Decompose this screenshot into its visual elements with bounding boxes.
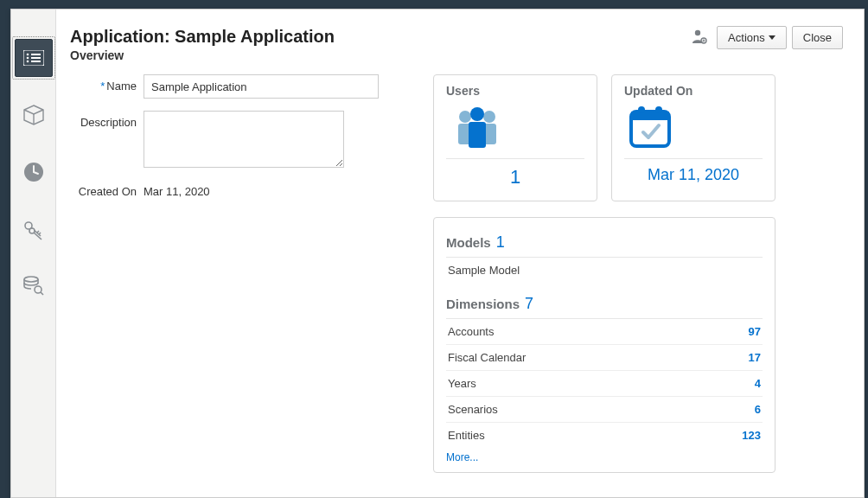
users-card-title: Users <box>446 84 584 98</box>
svg-point-16 <box>483 111 495 123</box>
sidebar-tab-cube[interactable] <box>15 96 53 134</box>
dimension-value: 6 <box>755 403 761 416</box>
dimension-value: 17 <box>749 351 761 364</box>
more-link[interactable]: More... <box>446 448 478 463</box>
description-label: Description <box>70 111 144 129</box>
user-settings-icon[interactable] <box>687 25 712 49</box>
name-label: *Name <box>70 74 144 93</box>
updated-on-card-value: Mar 11, 2020 <box>624 166 763 184</box>
keys-icon <box>22 217 46 241</box>
sidebar-tab-keys[interactable] <box>15 210 53 248</box>
svg-point-22 <box>638 106 645 113</box>
dimension-name: Entities <box>448 429 485 442</box>
sidebar <box>11 10 56 497</box>
page-subtitle: Overview <box>70 48 335 62</box>
dimensions-section-title: Dimensions 7 <box>446 290 763 319</box>
svg-point-12 <box>695 30 700 35</box>
dimension-row[interactable]: Fiscal Calendar 17 <box>446 345 763 371</box>
updated-on-card-title: Updated On <box>624 84 763 98</box>
database-search-icon <box>22 274 46 298</box>
dimension-row[interactable]: Years 4 <box>446 371 763 397</box>
svg-point-11 <box>35 286 41 293</box>
created-on-value: Mar 11, 2020 <box>144 180 210 198</box>
users-card-value: 1 <box>446 166 584 188</box>
clock-icon <box>22 161 45 183</box>
model-name: Sample Model <box>448 264 520 277</box>
sidebar-tab-clock[interactable] <box>15 153 53 191</box>
cube-icon <box>22 104 45 126</box>
svg-rect-2 <box>31 54 41 55</box>
dimension-row[interactable]: Entities 123 <box>446 423 763 448</box>
list-icon <box>23 50 44 66</box>
chevron-down-icon <box>769 35 775 40</box>
svg-point-3 <box>26 57 29 60</box>
svg-point-23 <box>655 106 662 113</box>
dimension-row[interactable]: Scenarios 6 <box>446 397 763 423</box>
svg-point-1 <box>26 54 29 56</box>
description-field[interactable] <box>144 111 344 168</box>
dimension-value: 123 <box>742 429 761 442</box>
dimension-name: Fiscal Calendar <box>448 351 526 364</box>
updated-on-card: Updated On Mar 11, <box>611 74 775 201</box>
users-icon <box>446 103 584 151</box>
svg-point-10 <box>24 277 38 282</box>
page-title: Application: Sample Application <box>70 27 335 47</box>
svg-rect-19 <box>469 122 486 148</box>
svg-rect-6 <box>31 61 41 62</box>
sidebar-tab-data[interactable] <box>15 267 53 305</box>
svg-rect-21 <box>631 112 669 120</box>
actions-button[interactable]: Actions <box>717 26 787 49</box>
dimension-name: Years <box>448 377 476 390</box>
models-dimensions-card: Models 1 Sample Model Dimensions 7 Accou… <box>433 217 775 473</box>
svg-point-14 <box>459 111 471 123</box>
close-button[interactable]: Close <box>792 26 843 49</box>
name-field[interactable] <box>144 74 379 99</box>
users-card: Users <box>433 74 597 201</box>
svg-point-5 <box>26 61 29 63</box>
actions-button-label: Actions <box>728 31 765 44</box>
dimension-name: Accounts <box>448 325 494 338</box>
dimension-row[interactable]: Accounts 97 <box>446 319 763 345</box>
models-section-title: Models 1 <box>446 228 763 258</box>
dimension-value: 4 <box>755 377 761 390</box>
svg-rect-0 <box>23 50 44 66</box>
model-row[interactable]: Sample Model <box>446 258 763 283</box>
dimension-name: Scenarios <box>448 403 498 416</box>
dimension-value: 97 <box>749 325 761 338</box>
created-on-label: Created On <box>70 180 144 198</box>
close-button-label: Close <box>803 31 832 44</box>
svg-rect-4 <box>31 57 41 59</box>
sidebar-tab-overview[interactable] <box>15 39 53 77</box>
calendar-check-icon <box>624 103 763 151</box>
svg-point-18 <box>470 107 484 121</box>
